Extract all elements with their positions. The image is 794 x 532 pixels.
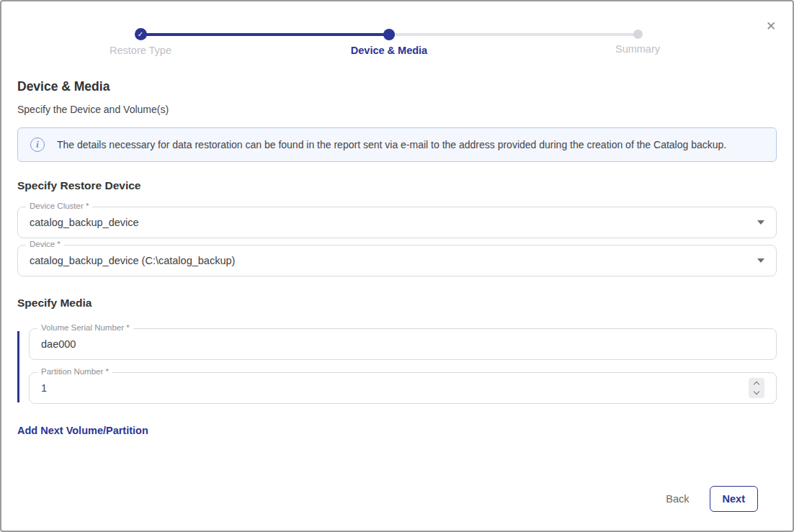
back-button[interactable]: Back (666, 493, 689, 505)
info-icon: i (30, 137, 45, 152)
step-active-dot (383, 29, 395, 40)
media-section-heading: Specify Media (17, 297, 777, 310)
device-label: Device * (26, 240, 64, 248)
group-indicator-bar (17, 331, 19, 402)
dropdown-arrow-icon[interactable] (757, 220, 764, 225)
partition-number-label: Partition Number * (37, 367, 112, 376)
device-value: catalog_backup_device (C:\catalog_backup… (30, 255, 235, 266)
check-icon: ✓ (138, 30, 143, 38)
step-label-summary: Summary (580, 43, 695, 55)
volume-serial-value: dae000 (41, 338, 76, 350)
stepper-step-restore-type[interactable]: ✓ Restore Type (83, 28, 198, 56)
device-select[interactable]: Device * catalog_backup_device (C:\catal… (17, 245, 777, 276)
volume-serial-input[interactable]: Volume Serial Number * dae000 (29, 328, 777, 360)
info-alert: i The details necessary for data restora… (17, 127, 777, 162)
device-cluster-value: catalog_backup_device (30, 217, 139, 228)
step-pending-dot (633, 30, 643, 39)
page-subtitle: Specify the Device and Volume(s) (17, 104, 777, 115)
partition-number-input[interactable]: Partition Number * 1 (29, 372, 777, 404)
device-cluster-select[interactable]: Device Cluster * catalog_backup_device (17, 207, 777, 238)
step-label-device-media: Device & Media (331, 45, 447, 56)
stepper-step-device-media[interactable]: Device & Media (331, 28, 447, 56)
device-cluster-label: Device Cluster * (26, 202, 92, 210)
partition-number-value: 1 (41, 382, 47, 394)
chevron-down-icon[interactable] (754, 389, 759, 395)
add-next-volume-partition-button[interactable]: Add Next Volume/Partition (17, 425, 148, 436)
info-alert-text: The details necessary for data restorati… (57, 139, 726, 150)
number-stepper[interactable] (749, 378, 764, 398)
restore-wizard-dialog: ✕ ✓ Restore Type Device & Media Summary … (0, 0, 794, 532)
step-completed-dot: ✓ (135, 28, 147, 40)
step-label-restore-type: Restore Type (83, 45, 198, 56)
volume-partition-group: Volume Serial Number * dae000 Partition … (17, 328, 777, 404)
page-title: Device & Media (17, 79, 777, 94)
stepper-step-summary[interactable]: Summary (580, 28, 695, 55)
chevron-up-icon[interactable] (754, 382, 759, 387)
volume-serial-label: Volume Serial Number * (37, 323, 133, 332)
dropdown-arrow-icon[interactable] (757, 258, 764, 263)
wizard-content: Device & Media Specify the Device and Vo… (1, 68, 793, 531)
restore-device-section-heading: Specify Restore Device (17, 179, 777, 192)
wizard-footer: Back Next (17, 486, 777, 531)
next-button[interactable]: Next (710, 486, 758, 512)
wizard-stepper: ✓ Restore Type Device & Media Summary (1, 1, 793, 68)
